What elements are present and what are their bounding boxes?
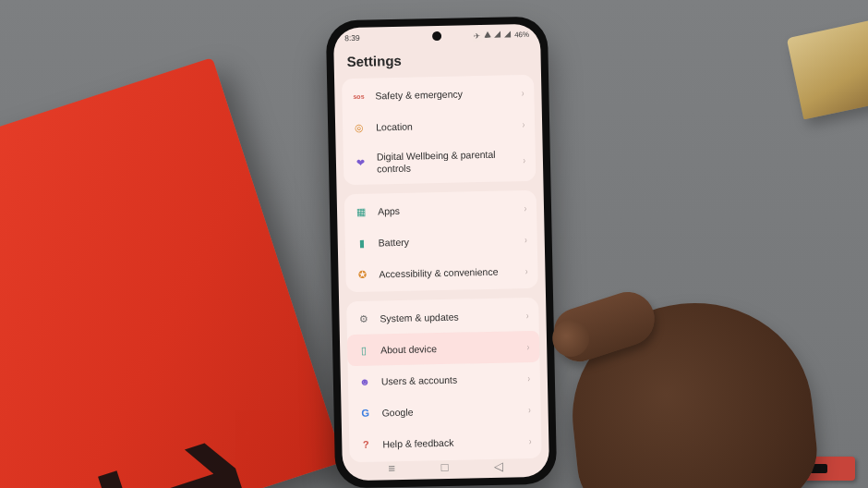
clock: 8:39 (344, 33, 360, 43)
chevron-right-icon: › (524, 202, 527, 214)
nav-recents-button[interactable]: ≡ (388, 461, 395, 475)
row-wellbeing[interactable]: ❤ Digital Wellbeing & parental controls … (344, 140, 536, 184)
product-box: 13 (0, 57, 344, 488)
chevron-right-icon: › (524, 234, 527, 245)
row-label: Google (381, 404, 528, 419)
row-safety[interactable]: sos Safety & emergency › (342, 77, 535, 112)
wellbeing-icon: ❤ (353, 155, 368, 170)
row-users[interactable]: ☻ Users & accounts › (348, 362, 541, 397)
accessibility-icon: ✪ (355, 267, 369, 282)
battery-text: 46% (514, 30, 529, 38)
signal-icon-2 (504, 30, 512, 38)
row-label: Battery (379, 234, 525, 249)
chevron-right-icon: › (524, 154, 526, 165)
signal-icon (494, 31, 501, 39)
row-battery[interactable]: ▮ Battery › (344, 224, 537, 259)
battery-icon: ▮ (355, 236, 369, 250)
chevron-right-icon: › (522, 87, 524, 98)
nav-back-button[interactable]: ◁ (494, 458, 503, 472)
location-icon: ◎ (352, 120, 367, 135)
apps-icon: ▦ (354, 204, 368, 219)
settings-group: ▦ Apps › ▮ Battery › ✪ Accessibility & c… (344, 190, 538, 292)
row-label: Accessibility & convenience (379, 265, 525, 280)
row-label: Users & accounts (381, 372, 528, 387)
row-google[interactable]: G Google › (348, 394, 541, 429)
row-system[interactable]: ⚙ System & updates › (346, 299, 539, 335)
help-icon: ? (358, 437, 373, 452)
row-location[interactable]: ◎ Location › (343, 108, 536, 143)
row-label: Apps (378, 202, 524, 217)
chevron-right-icon: › (523, 118, 525, 129)
page-title: Settings (333, 44, 541, 79)
row-accessibility[interactable]: ✪ Accessibility & convenience › (345, 255, 538, 290)
box-label: 13 (84, 421, 292, 488)
phone-icon: ▯ (356, 343, 371, 358)
row-label: System & updates (380, 310, 526, 324)
hand (517, 248, 813, 488)
sos-icon: sos (351, 89, 366, 104)
user-icon: ☻ (357, 374, 372, 389)
wifi-icon (484, 31, 491, 39)
photo-scene: 13 8:39 ✈ 46% Settings (0, 0, 868, 488)
row-label: Help & feedback (382, 435, 529, 450)
row-label: Safety & emergency (375, 87, 522, 102)
airplane-icon: ✈ (474, 31, 481, 39)
row-label: Location (376, 118, 523, 133)
google-icon: G (357, 406, 372, 421)
settings-group: sos Safety & emergency › ◎ Location › ❤ … (342, 75, 536, 186)
nav-home-button[interactable]: □ (441, 459, 449, 473)
desk-prop-top-right (787, 19, 868, 120)
settings-group: ⚙ System & updates › ▯ About device › ☻ … (346, 298, 542, 462)
row-label: Digital Wellbeing & parental controls (377, 148, 524, 174)
gear-icon: ⚙ (356, 311, 370, 326)
row-apps[interactable]: ▦ Apps › (344, 192, 537, 227)
row-about-device[interactable]: ▯ About device › (347, 331, 540, 366)
row-label: About device (380, 341, 527, 356)
